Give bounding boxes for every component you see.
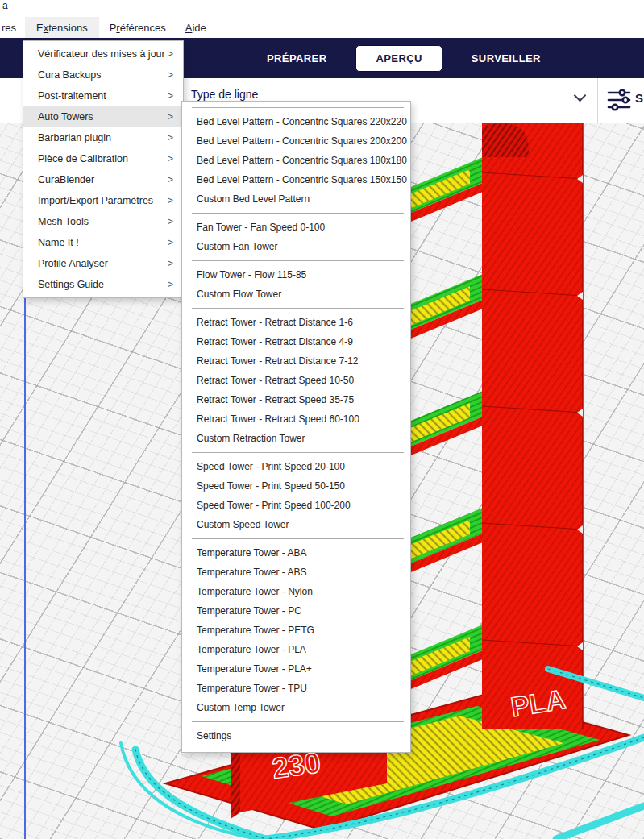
auto-towers-submenu: Bed Level Pattern - Concentric Squares 2… xyxy=(181,101,411,753)
submenu-arrow-icon: > xyxy=(168,69,173,81)
menu-item-cura-backups[interactable]: Cura Backups> xyxy=(23,64,183,85)
submenu-item-temp-tower-nylon[interactable]: Temperature Tower - Nylon xyxy=(182,582,410,601)
submenu-item-temp-tower-pla[interactable]: Temperature Tower - PLA xyxy=(182,640,410,659)
submenu-item-custom-fan-tower[interactable]: Custom Fan Tower xyxy=(182,237,410,256)
menu-item-truncated[interactable]: res xyxy=(0,17,18,38)
submenu-item-speed-tower-20-100[interactable]: Speed Tower - Print Speed 20-100 xyxy=(182,457,410,476)
menu-item-auto-towers[interactable]: Auto Towers> xyxy=(23,106,183,127)
menu-item-curablender[interactable]: CuraBlender> xyxy=(23,169,183,190)
submenu-arrow-icon: > xyxy=(168,279,173,290)
submenu-arrow-icon: > xyxy=(168,258,173,269)
menubar: a res Extensions Préférences Aide xyxy=(0,0,644,38)
submenu-item-retract-distance-7-12[interactable]: Retract Tower - Retract Distance 7-12 xyxy=(182,351,410,371)
submenu-arrow-icon: > xyxy=(168,132,173,143)
submenu-item-settings[interactable]: Settings xyxy=(182,726,410,746)
submenu-item-flow-tower[interactable]: Flow Tower - Flow 115-85 xyxy=(182,265,410,285)
menu-separator xyxy=(192,308,404,309)
tower-column xyxy=(482,123,583,729)
menu-item-name-it[interactable]: Name It !> xyxy=(23,232,183,253)
menu-separator xyxy=(192,107,404,108)
menu-item-extensions[interactable]: Extensions xyxy=(25,17,99,38)
menu-separator xyxy=(192,213,404,214)
line-type-label: Type de ligne xyxy=(191,88,258,101)
submenu-arrow-icon: > xyxy=(168,237,173,248)
submenu-item-custom-flow-tower[interactable]: Custom Flow Tower xyxy=(182,285,410,304)
submenu-item-speed-tower-50-150[interactable]: Speed Tower - Print Speed 50-150 xyxy=(182,476,410,496)
submenu-arrow-icon: > xyxy=(168,195,173,206)
submenu-item-bed-level-200[interactable]: Bed Level Pattern - Concentric Squares 2… xyxy=(182,131,410,151)
submenu-item-custom-temp-tower[interactable]: Custom Temp Tower xyxy=(182,698,410,717)
color-scheme-dropdown[interactable]: Type de ligne xyxy=(191,88,258,101)
menu-item-settings-guide[interactable]: Settings Guide> xyxy=(23,274,183,295)
submenu-item-temp-tower-pla-plus[interactable]: Temperature Tower - PLA+ xyxy=(182,659,410,679)
submenu-item-retract-distance-4-9[interactable]: Retract Tower - Retract Distance 4-9 xyxy=(182,332,410,351)
submenu-item-custom-bed-level[interactable]: Custom Bed Level Pattern xyxy=(182,189,410,209)
menu-item-preferences[interactable]: Préférences xyxy=(109,17,167,38)
submenu-item-custom-retraction-tower[interactable]: Custom Retraction Tower xyxy=(182,429,410,448)
menu-item-update-checker[interactable]: Vérificateur des mises à jour> xyxy=(23,44,183,64)
menu-item-mesh-tools[interactable]: Mesh Tools> xyxy=(23,211,183,232)
menu-item-calibration-part[interactable]: Pièce de Calibration> xyxy=(23,148,183,169)
submenu-arrow-icon: > xyxy=(168,174,173,185)
chevron-down-icon xyxy=(574,89,587,102)
menu-item-profile-analyser[interactable]: Profile Analyser> xyxy=(23,253,183,274)
tab-prepare[interactable]: PRÉPARER xyxy=(267,52,326,64)
settings-panel-fragment: S xyxy=(635,91,643,105)
submenu-arrow-icon: > xyxy=(168,90,173,102)
stage-tabs: PRÉPARER APERÇU SURVEILLER xyxy=(267,38,541,78)
submenu-item-retract-speed-60-100[interactable]: Retract Tower - Retract Speed 60-100 xyxy=(182,409,410,429)
submenu-item-bed-level-180[interactable]: Bed Level Pattern - Concentric Squares 1… xyxy=(182,151,410,170)
submenu-item-retract-speed-35-75[interactable]: Retract Tower - Retract Speed 35-75 xyxy=(182,390,410,409)
submenu-item-fan-tower[interactable]: Fan Tower - Fan Speed 0-100 xyxy=(182,218,410,237)
menu-separator xyxy=(192,721,404,722)
submenu-item-temp-tower-pc[interactable]: Temperature Tower - PC xyxy=(182,601,410,621)
submenu-item-temp-tower-tpu[interactable]: Temperature Tower - TPU xyxy=(182,679,410,698)
submenu-item-retract-distance-1-6[interactable]: Retract Tower - Retract Distance 1-6 xyxy=(182,313,410,332)
submenu-item-temp-tower-aba[interactable]: Temperature Tower - ABA xyxy=(182,543,410,563)
menu-item-post-processing[interactable]: Post-traitement> xyxy=(23,85,183,106)
submenu-item-temp-tower-petg[interactable]: Temperature Tower - PETG xyxy=(182,621,410,640)
submenu-item-temp-tower-abs[interactable]: Temperature Tower - ABS xyxy=(182,563,410,582)
extensions-menu: Vérificateur des mises à jour> Cura Back… xyxy=(23,40,184,298)
sliders-icon[interactable] xyxy=(606,87,632,113)
menu-separator xyxy=(192,452,404,453)
submenu-item-bed-level-220[interactable]: Bed Level Pattern - Concentric Squares 2… xyxy=(182,112,410,131)
menu-item-aide[interactable]: Aide xyxy=(185,17,207,38)
submenu-item-speed-tower-100-200[interactable]: Speed Tower - Print Speed 100-200 xyxy=(182,496,410,515)
toolbar-divider xyxy=(597,78,598,123)
submenu-item-bed-level-150[interactable]: Bed Level Pattern - Concentric Squares 1… xyxy=(182,170,410,189)
submenu-item-retract-speed-10-50[interactable]: Retract Tower - Retract Speed 10-50 xyxy=(182,371,410,390)
menu-separator xyxy=(192,260,404,261)
submenu-arrow-icon: > xyxy=(168,111,173,123)
menu-item-import-export[interactable]: Import/Export Paramètres> xyxy=(23,190,183,211)
submenu-arrow-icon: > xyxy=(168,153,173,164)
menu-separator xyxy=(192,538,404,539)
tab-monitor[interactable]: SURVEILLER xyxy=(472,52,541,64)
submenu-item-custom-speed-tower[interactable]: Custom Speed Tower xyxy=(182,515,410,534)
submenu-arrow-icon: > xyxy=(168,216,173,227)
window-title-fragment: a xyxy=(2,0,8,11)
menu-item-barbarian-plugin[interactable]: Barbarian plugin> xyxy=(23,127,183,148)
tab-preview[interactable]: APERÇU xyxy=(355,45,442,72)
submenu-arrow-icon: > xyxy=(168,48,173,60)
